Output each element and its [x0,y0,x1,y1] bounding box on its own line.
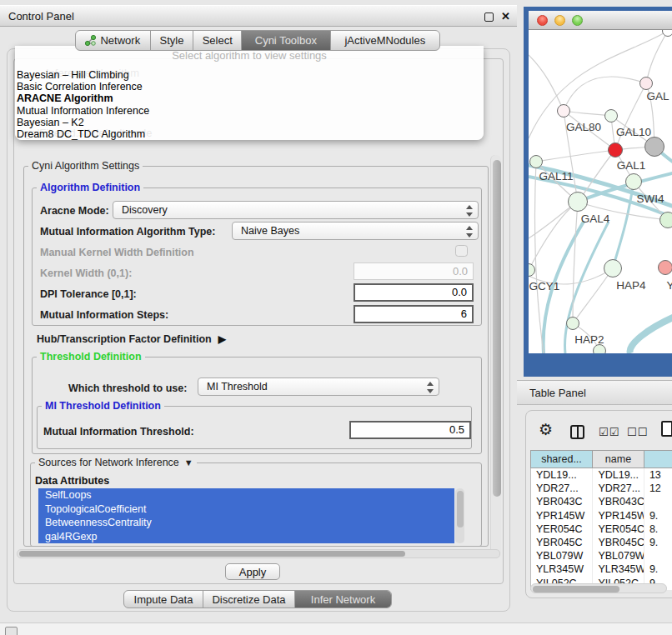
table-cell[interactable]: YBR043C [531,495,593,508]
tab-network[interactable]: Network [76,31,151,50]
column-header-shared-name[interactable]: shared... [530,450,593,468]
dropdown-item[interactable]: Basic Correlation Inference [17,81,482,92]
table-cell[interactable]: YER054C [531,522,593,536]
table-horizontal-scrollbar-thumb[interactable] [533,586,619,592]
table-row[interactable]: YDR27...YDR27...12 [531,482,672,495]
network-node-gal[interactable] [639,77,653,90]
document-icon[interactable] [661,421,672,437]
table-cell[interactable]: 9. [644,536,672,549]
attributes-scrollbar-thumb[interactable] [457,491,464,528]
attribute-item-selected[interactable]: BetweennessCentrality [38,516,454,530]
deselect-all-checks-icon[interactable]: ☐☐ [627,426,648,438]
columns-icon[interactable] [570,425,584,439]
tab-style[interactable]: Style [151,31,194,50]
table-cell[interactable]: 13 [644,468,672,482]
gear-icon[interactable]: ⚙ [539,422,553,438]
table-cell[interactable]: 12 [644,482,672,495]
attributes-scrollbar[interactable] [455,488,464,543]
dropdown-item[interactable]: Dream8 DC_TDC Algorithm [17,128,482,140]
network-node-gal1[interactable] [608,142,623,158]
network-node-hap4[interactable] [604,259,622,278]
network-node-hap2[interactable] [566,317,579,330]
network-node-gal10[interactable] [604,109,618,122]
minimize-traffic-light[interactable] [554,15,565,26]
table-cell[interactable]: YBR045C [531,536,593,549]
table-cell[interactable]: 8. [644,522,672,536]
table-cell[interactable]: YDR27... [531,482,593,495]
table-cell[interactable]: YBL079W [593,549,644,562]
hub-definition-toggle[interactable]: Hub/Transcription Factor Definition▶ [37,333,226,345]
tab-discretize-data[interactable]: Discretize Data [203,591,295,608]
aracne-mode-label: Aracne Mode: [40,205,109,217]
table-row[interactable]: YPR145WYPR145W9. [531,509,672,522]
table-cell[interactable]: YPR145W [593,509,644,522]
table-cell[interactable]: YDL19... [593,468,644,482]
tab-cyni-toolbox[interactable]: Cyni Toolbox [242,31,331,50]
table-cell[interactable]: YLR345W [531,562,593,576]
network-node[interactable] [644,137,664,157]
tab-select[interactable]: Select [193,31,242,50]
table-cell[interactable] [644,495,672,508]
network-window-titlebar[interactable] [529,11,672,30]
tab-jactivemnodules[interactable]: jActiveMNodules [331,31,439,50]
manual-kernel-checkbox[interactable] [455,245,468,257]
float-window-icon[interactable] [484,12,494,22]
dropdown-item[interactable]: Mutual Information Inference [17,105,482,117]
table-cell[interactable]: YPR145W [531,509,593,522]
table-cell[interactable]: 9. [644,509,672,522]
dropdown-item[interactable]: Bayesian – K2 [17,117,482,128]
attribute-item-selected[interactable]: TopologicalCoefficient [38,502,454,517]
settings-horizontal-scrollbar[interactable] [17,549,500,558]
network-node[interactable] [593,344,606,353]
network-node-swi4[interactable] [625,173,642,190]
network-node-y[interactable] [658,260,672,275]
tab-impute-data[interactable]: Impute Data [124,591,203,608]
corner-button[interactable] [5,627,18,635]
settings-vertical-scrollbar[interactable] [490,155,501,558]
table-row[interactable]: YER054CYER054C8. [531,522,672,536]
network-node-gal4[interactable] [568,192,588,212]
table-row[interactable]: YBR043CYBR043C [531,495,672,508]
attribute-item-selected[interactable]: SelfLoops [38,488,454,502]
tab-infer-network[interactable]: Infer Network [295,591,391,608]
settings-horizontal-scrollbar-thumb[interactable] [19,551,405,557]
table-cell[interactable]: YBL079W [531,549,593,562]
mi-threshold-field[interactable]: 0.5 [349,421,471,439]
dropdown-item[interactable]: Bayesian – Hill Climbing [17,69,482,81]
table-cell[interactable] [644,549,672,562]
tab-select-label: Select [203,34,233,47]
mi-type-select[interactable]: Naive Bayes [232,222,479,240]
sources-title[interactable]: Sources for Network Inference▼ [35,457,197,468]
close-icon[interactable]: ✕ [501,10,510,22]
dpi-tolerance-field[interactable]: 0.0 [354,283,474,302]
close-traffic-light[interactable] [537,15,548,26]
table-cell[interactable]: YER054C [593,522,644,536]
which-threshold-select[interactable]: MI Threshold [198,378,439,396]
column-header-name[interactable]: name [593,450,644,468]
table-row[interactable]: YLR345WYLR345W9. [531,562,672,576]
table-cell[interactable]: YBR043C [593,495,644,508]
network-node-gal80[interactable] [557,104,570,118]
table-cell[interactable]: YDR27... [593,482,644,495]
column-header-third[interactable]: A [644,450,672,468]
settings-vertical-scrollbar-thumb[interactable] [493,160,501,497]
network-node[interactable] [659,212,672,228]
mi-steps-field[interactable]: 6 [354,305,474,323]
network-node-gal11[interactable] [529,155,543,168]
table-cell[interactable]: YDL19... [531,468,593,482]
dropdown-item-highlighted[interactable]: ARACNE Algorithm [17,92,482,104]
zoom-traffic-light[interactable] [572,15,583,26]
attribute-item-selected[interactable]: gal4RGexp [38,530,454,544]
table-cell[interactable]: 9. [644,562,672,576]
table-row[interactable]: YDL19...YDL19...13 [531,468,672,482]
network-canvas[interactable]: GALGAL80GAL10GAL1GAL11SWI4GAL4GCY1HAP4YH… [529,30,672,353]
table-horizontal-scrollbar[interactable] [530,583,667,593]
table-row[interactable]: YBR045CYBR045C9. [531,536,672,549]
table-row[interactable]: YBL079WYBL079W [531,549,672,562]
apply-button[interactable]: Apply [225,563,280,580]
table-cell[interactable]: YLR345W [593,562,644,576]
table-cell[interactable]: YBR045C [593,536,644,549]
kernel-width-field[interactable]: 0.0 [354,262,474,280]
aracne-mode-select[interactable]: Discovery [113,201,479,219]
select-all-checks-icon[interactable]: ☑☑ [599,426,619,438]
